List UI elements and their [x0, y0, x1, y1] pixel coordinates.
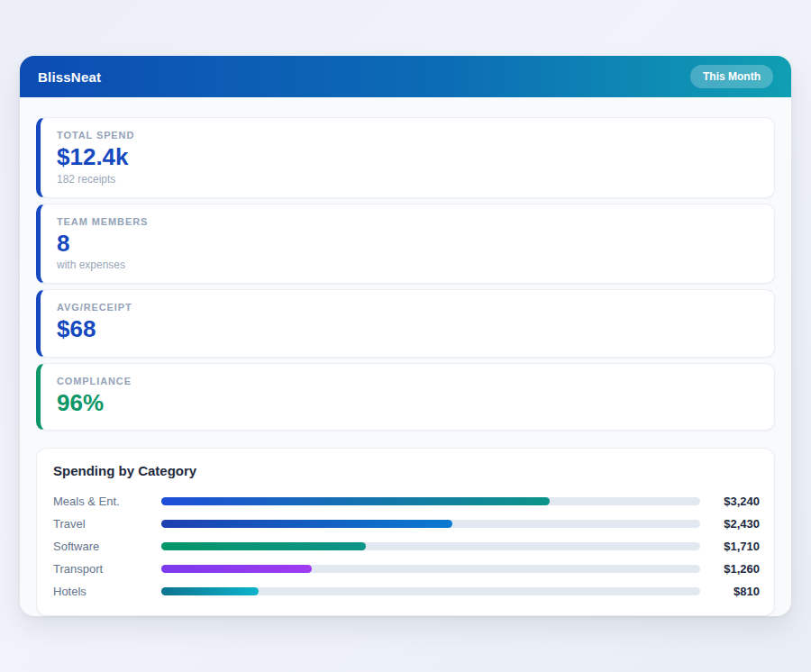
- stat-value: 8: [57, 229, 758, 259]
- bar-track: [161, 542, 700, 550]
- category-row-hotels: Hotels $810: [53, 580, 760, 603]
- category-amount: $1,710: [700, 540, 760, 553]
- category-label: Meals & Ent.: [53, 495, 161, 508]
- spending-by-category-panel: Spending by Category Meals & Ent. $3,240…: [36, 448, 775, 616]
- period-badge[interactable]: This Month: [690, 65, 773, 88]
- category-row-software: Software $1,710: [53, 535, 760, 558]
- category-label: Transport: [53, 562, 161, 576]
- category-label: Software: [53, 540, 161, 553]
- bar-fill: [161, 542, 366, 550]
- stat-card-total-spend: TOTAL SPEND $12.4k 182 receipts: [36, 117, 775, 198]
- stat-subtext: with expenses: [57, 259, 758, 271]
- category-amount: $1,260: [700, 562, 760, 576]
- bar-track: [161, 497, 700, 505]
- category-row-travel: Travel $2,430: [53, 513, 760, 535]
- bar-fill: [161, 587, 259, 595]
- category-amount: $2,430: [700, 517, 760, 531]
- bar-track: [161, 520, 700, 528]
- stat-value: $12.4k: [57, 142, 758, 172]
- stat-card-compliance: COMPLIANCE 96%: [36, 363, 775, 431]
- stat-card-team-members: TEAM MEMBERS 8 with expenses: [36, 204, 775, 285]
- stat-card-avg-receipt: AVG/RECEIPT $68: [36, 289, 775, 358]
- bar-fill: [161, 497, 550, 505]
- category-row-meals: Meals & Ent. $3,240: [53, 490, 760, 513]
- bar-track: [161, 565, 700, 573]
- category-label: Hotels: [53, 585, 161, 598]
- category-row-transport: Transport $1,260: [53, 558, 760, 580]
- stat-subtext: 182 receipts: [57, 173, 758, 186]
- bar-track: [161, 587, 700, 595]
- panel-title: Spending by Category: [53, 463, 760, 478]
- stat-value: 96%: [57, 388, 758, 418]
- stat-label: AVG/RECEIPT: [57, 302, 758, 313]
- dashboard-window: BlissNeat This Month TOTAL SPEND $12.4k …: [20, 56, 791, 616]
- stat-label: COMPLIANCE: [57, 376, 758, 386]
- category-label: Travel: [53, 517, 161, 531]
- stat-value: $68: [57, 314, 758, 344]
- dashboard-content: TOTAL SPEND $12.4k 182 receipts TEAM MEM…: [20, 97, 791, 616]
- app-title: BlissNeat: [38, 69, 101, 85]
- app-header: BlissNeat This Month: [20, 56, 791, 97]
- stat-label: TOTAL SPEND: [57, 130, 758, 141]
- stat-label: TEAM MEMBERS: [57, 216, 758, 227]
- category-amount: $810: [700, 585, 760, 598]
- bar-fill: [161, 520, 452, 528]
- category-amount: $3,240: [700, 495, 760, 508]
- bar-fill: [161, 565, 312, 573]
